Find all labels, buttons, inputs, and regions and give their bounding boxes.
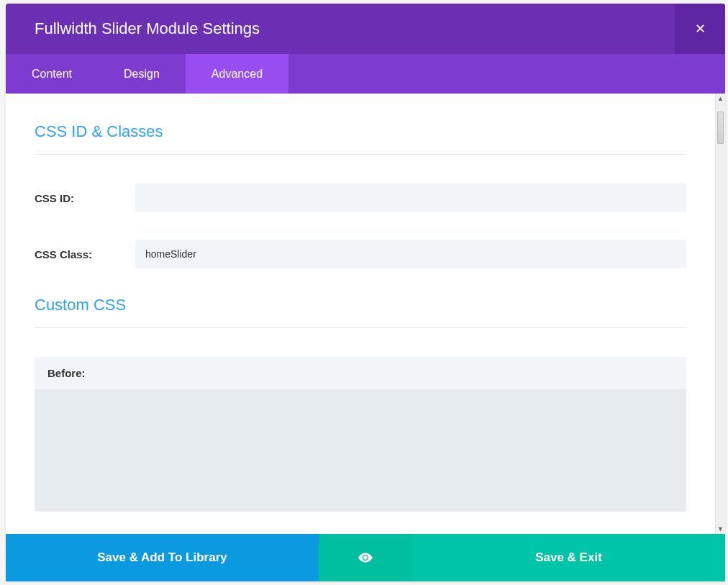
field-row-css-id: CSS ID: bbox=[35, 183, 686, 212]
content-inner: CSS ID & Classes CSS ID: CSS Class: Cust… bbox=[6, 94, 715, 526]
custom-css-before-label: Before: bbox=[35, 357, 686, 389]
css-id-input[interactable] bbox=[135, 183, 686, 212]
scroll-down-icon[interactable]: ▼ bbox=[716, 524, 725, 534]
field-row-css-class: CSS Class: bbox=[35, 240, 686, 268]
custom-css-before-block: Before: bbox=[35, 357, 686, 512]
modal-footer: Save & Add To Library Save & Exit bbox=[6, 534, 725, 581]
eye-icon bbox=[358, 550, 373, 566]
css-id-label: CSS ID: bbox=[35, 192, 135, 204]
preview-button[interactable] bbox=[319, 534, 412, 581]
modal-title: Fullwidth Slider Module Settings bbox=[35, 19, 260, 38]
modal-header: Fullwidth Slider Module Settings ✕ bbox=[6, 4, 725, 54]
close-icon: ✕ bbox=[695, 21, 706, 37]
scroll-up-icon[interactable]: ▲ bbox=[716, 94, 725, 104]
custom-css-before-textarea[interactable] bbox=[35, 389, 686, 512]
content-scroll[interactable]: CSS ID & Classes CSS ID: CSS Class: Cust… bbox=[6, 94, 715, 534]
close-button[interactable]: ✕ bbox=[675, 4, 725, 54]
tab-advanced[interactable]: Advanced bbox=[186, 54, 288, 94]
tab-content[interactable]: Content bbox=[6, 54, 98, 94]
scrollbar[interactable]: ▲ ▼ bbox=[715, 94, 725, 534]
module-settings-modal: Fullwidth Slider Module Settings ✕ Conte… bbox=[6, 4, 725, 581]
tab-bar: Content Design Advanced bbox=[6, 54, 725, 94]
css-class-label: CSS Class: bbox=[35, 248, 135, 260]
section-heading-css-id-classes: CSS ID & Classes bbox=[35, 122, 686, 155]
scroll-thumb[interactable] bbox=[717, 112, 724, 144]
save-exit-button[interactable]: Save & Exit bbox=[412, 534, 725, 581]
content-area: CSS ID & Classes CSS ID: CSS Class: Cust… bbox=[6, 94, 725, 534]
css-class-input[interactable] bbox=[135, 240, 686, 268]
section-heading-custom-css: Custom CSS bbox=[35, 296, 686, 328]
tab-design[interactable]: Design bbox=[98, 54, 186, 94]
save-add-library-button[interactable]: Save & Add To Library bbox=[6, 534, 319, 581]
